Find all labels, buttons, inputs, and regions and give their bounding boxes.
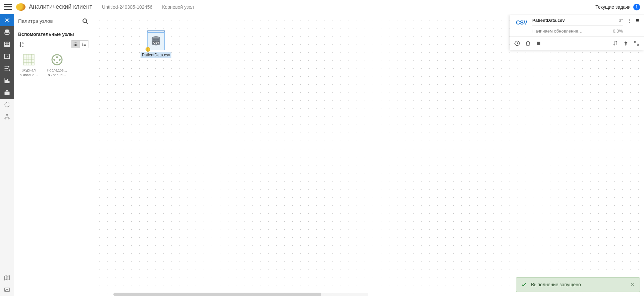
expand-icon[interactable] [634, 40, 640, 46]
rail-item-tree[interactable] [0, 111, 14, 123]
task-elapsed-time: 3'' [619, 18, 623, 23]
svg-point-13 [6, 114, 7, 115]
svg-rect-23 [74, 44, 74, 45]
task-name: PatientData.csv [532, 18, 565, 23]
palette-item-journal[interactable]: Журналвыполне… [17, 53, 41, 78]
svg-point-5 [8, 66, 9, 67]
svg-rect-41 [636, 19, 639, 21]
history-icon[interactable] [514, 40, 520, 46]
svg-point-31 [83, 45, 83, 46]
svg-point-40 [629, 22, 630, 23]
sort-icon[interactable] [612, 40, 618, 46]
tasks-label[interactable]: Текущие задачи [595, 4, 631, 10]
svg-rect-28 [76, 45, 77, 46]
tasks-count-badge[interactable]: 1 [633, 4, 640, 10]
rail-item-transform[interactable] [0, 62, 14, 75]
task-panel: CSV PatientData.csv 3'' Начинаем обновле… [510, 14, 644, 50]
svg-point-38 [629, 19, 630, 19]
rail-item-table[interactable] [0, 38, 14, 50]
svg-rect-9 [7, 80, 8, 83]
task-status: Начинаем обновление… [532, 29, 610, 34]
svg-rect-21 [75, 43, 76, 43]
svg-rect-27 [75, 45, 76, 46]
palette-item-label: Последов…выполне… [47, 68, 67, 78]
task-progress-bar [532, 25, 623, 26]
toast-text: Выполнение запущено [531, 282, 626, 287]
warning-badge: ! [146, 47, 150, 52]
task-percent: 0.0% [613, 29, 623, 34]
view-toggle [71, 40, 89, 48]
svg-text:Z: Z [22, 45, 23, 47]
svg-rect-10 [8, 81, 9, 83]
svg-point-7 [9, 70, 9, 71]
task-stop-button[interactable] [635, 18, 640, 23]
rail-item-briefcase[interactable] [0, 87, 14, 99]
task-toolbar [510, 36, 644, 50]
svg-rect-2 [5, 42, 10, 46]
divider [157, 3, 157, 11]
csv-node[interactable]: CSV ! PatientData.csv [141, 30, 171, 58]
rail-item-chart[interactable] [0, 75, 14, 87]
rail-item-database[interactable] [0, 26, 14, 38]
left-rail: TXT [0, 14, 14, 296]
svg-point-39 [629, 20, 630, 21]
svg-text:A: A [22, 42, 24, 44]
svg-rect-20 [74, 43, 74, 43]
close-icon[interactable] [630, 282, 635, 287]
svg-point-0 [6, 19, 7, 20]
svg-rect-42 [537, 42, 540, 45]
delete-icon[interactable] [525, 40, 531, 46]
task-menu-button[interactable] [627, 18, 632, 25]
palette-section-title: Вспомогательные узлы [14, 28, 93, 39]
palette-item-sequence[interactable]: Последов…выполне… [45, 53, 69, 78]
rail-item-cycle[interactable] [0, 99, 14, 111]
search-icon[interactable] [82, 17, 89, 25]
svg-point-14 [5, 118, 6, 119]
check-icon [521, 282, 527, 288]
svg-point-29 [83, 43, 83, 44]
svg-rect-22 [76, 43, 77, 43]
list-view-button[interactable] [80, 41, 89, 48]
rail-item-map[interactable] [0, 272, 14, 284]
svg-rect-11 [5, 92, 10, 95]
svg-point-15 [8, 118, 9, 119]
horizontal-scrollbar[interactable] [113, 293, 368, 296]
menu-button[interactable] [4, 3, 12, 11]
svg-rect-25 [76, 44, 77, 45]
palette-item-label: Журналвыполне… [19, 68, 38, 78]
divider [97, 3, 97, 11]
svg-rect-8 [6, 81, 6, 83]
toast-notification: Выполнение запущено [516, 277, 640, 292]
svg-point-17 [83, 19, 87, 22]
svg-point-12 [5, 102, 9, 107]
svg-text:CSV: CSV [153, 41, 159, 44]
rail-item-text[interactable]: TXT [0, 50, 14, 62]
app-header: Аналитический клиент Untitled-240305-102… [0, 0, 644, 14]
grid-view-button[interactable] [71, 41, 80, 48]
node-label[interactable]: PatientData.csv [141, 52, 171, 58]
palette-title: Палитра узлов [18, 18, 82, 24]
palette-panel: Палитра узлов Вспомогательные узлы AZ Жу… [14, 14, 93, 296]
svg-point-30 [83, 44, 83, 45]
app-title: Аналитический клиент [29, 3, 92, 10]
breadcrumb[interactable]: Корневой узел [162, 4, 194, 10]
svg-text:TXT: TXT [5, 55, 10, 58]
pin-icon[interactable] [623, 40, 629, 46]
rail-item-monitor[interactable] [0, 284, 14, 296]
rail-item-snowflake[interactable] [0, 14, 14, 26]
task-type-icon: CSV [515, 18, 528, 27]
canvas-area[interactable]: CSV ! PatientData.csv CSV PatientData.cs… [93, 14, 644, 296]
document-title[interactable]: Untitled-240305-102456 [102, 4, 152, 10]
stop-icon[interactable] [536, 40, 542, 46]
svg-rect-16 [5, 288, 10, 291]
svg-rect-26 [74, 45, 74, 46]
sort-button[interactable]: AZ [18, 40, 26, 48]
app-logo [16, 3, 25, 11]
svg-rect-24 [75, 44, 76, 45]
svg-point-6 [7, 68, 8, 69]
node-body[interactable]: CSV ! [147, 32, 165, 50]
